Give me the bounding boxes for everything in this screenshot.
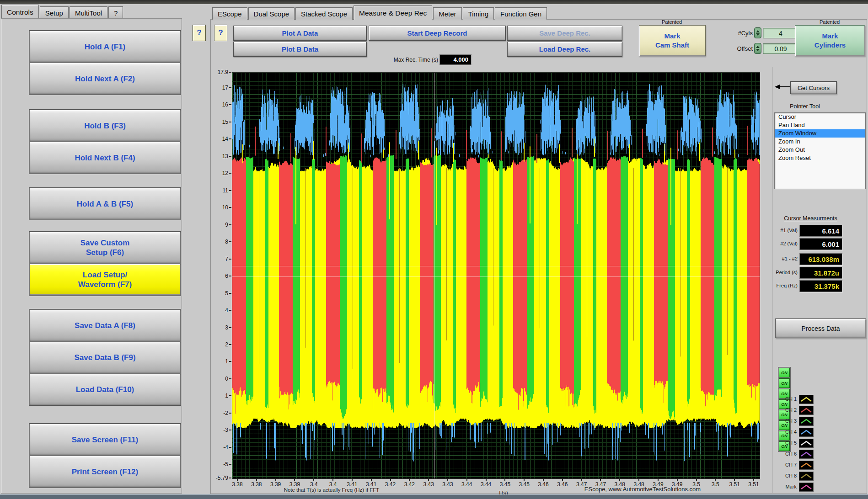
pointer-tool-zoom-in[interactable]: Zoom In (775, 138, 865, 146)
save-data-b-f9-button[interactable]: Save Data B (F9) (29, 341, 181, 373)
y-tick-mark (229, 72, 231, 73)
mark-cylinders-button[interactable]: Mark Cylinders (795, 25, 865, 56)
y-tick-mark (229, 464, 231, 465)
tab-timing[interactable]: Timing (463, 7, 494, 20)
tab-meter[interactable]: Meter (433, 7, 461, 20)
y-tick-label: -5 (208, 461, 228, 467)
load-data-f10-button[interactable]: Load Data (F10) (29, 373, 181, 405)
channel-color-ch-8[interactable] (799, 472, 814, 481)
tab-escope[interactable]: EScope (212, 7, 247, 20)
cyls-spinner[interactable] (754, 27, 761, 38)
mark-cam-shaft-button[interactable]: Mark Cam Shaft (639, 25, 706, 56)
y-tick-label: 9 (208, 222, 228, 228)
offset-value-field[interactable]: 0.09 (763, 43, 798, 54)
y-tick-mark (229, 430, 231, 430)
pointer-tool-cursor[interactable]: Cursor (775, 113, 865, 121)
x-tick-label: 3.39 (285, 481, 304, 488)
channel-1-on-toggle[interactable]: ON (779, 368, 790, 377)
meas-value-period-s: 31.872u (799, 267, 842, 279)
channel-color-ch-3[interactable] (799, 417, 814, 426)
x-tick-mark (696, 478, 697, 481)
cyls-spinner-down-icon[interactable] (756, 33, 760, 36)
tab-function-gen[interactable]: Function Gen (495, 7, 547, 20)
x-tick-mark (562, 478, 563, 481)
cyls-spinner-up-icon[interactable] (756, 30, 760, 32)
channel-color-ch-5[interactable] (799, 439, 814, 448)
save-screen-f11-button[interactable]: Save Screen (F11) (29, 424, 181, 456)
tab-setup[interactable]: Setup (40, 6, 69, 19)
offset-spinner-up-icon[interactable] (756, 46, 760, 48)
offset-spinner-down-icon[interactable] (756, 49, 760, 51)
hold-a-b-f5-button[interactable]: Hold A & B (F5) (29, 188, 181, 220)
tab-dual-scope[interactable]: Dual Scope (248, 7, 295, 20)
tab-q[interactable]: ? (108, 6, 123, 19)
hold-b-f3-button[interactable]: Hold B (F3) (29, 110, 181, 142)
y-tick-mark (229, 173, 231, 174)
save-custom-setup-f6-button[interactable]: Save CustomSetup (F6) (29, 232, 181, 264)
y-tick-label: 8 (208, 239, 228, 245)
meas-value-1-val: 6.614 (799, 225, 842, 237)
get-cursors-button[interactable]: Get Cursors (790, 81, 837, 94)
channel-color-ch-6[interactable] (799, 450, 814, 459)
tab-multitool[interactable]: MultiTool (70, 6, 107, 19)
x-tick-mark (658, 478, 659, 481)
pointer-tool-zoom-out[interactable]: Zoom Out (775, 146, 865, 154)
channel-color-ch-1[interactable] (799, 395, 814, 404)
hold-next-b-f4-button[interactable]: Hold Next B (F4) (29, 142, 181, 174)
meas-label-freq-hz: Freq (Hz) (769, 283, 798, 288)
channel-2-on-toggle[interactable]: ON (779, 378, 790, 388)
save-data-a-f8-button[interactable]: Save Data A (F8) (29, 309, 181, 341)
channel-color-mark[interactable] (799, 483, 814, 492)
tab-measure-deep-rec[interactable]: Measure & Deep Rec (354, 5, 432, 20)
help-button-main[interactable]: ? (214, 25, 227, 41)
y-tick-mark (229, 478, 231, 478)
pointer-tool-zoom-reset[interactable]: Zoom Reset (775, 154, 865, 162)
channel-color-ch-4[interactable] (799, 428, 814, 437)
start-deep-record-button[interactable]: Start Deep Record (369, 26, 506, 41)
process-data-button[interactable]: Process Data (775, 319, 866, 338)
hold-a-f1-button[interactable]: Hold A (F1) (29, 31, 181, 63)
waveform-plot[interactable] (232, 72, 760, 479)
y-tick-label: -1 (208, 393, 228, 399)
save-deep-rec-button[interactable]: Save Deep Rec. (507, 26, 622, 41)
plot-a-data-button[interactable]: Plot A Data (233, 26, 367, 41)
y-tick-label: 12 (208, 170, 228, 176)
pointer-tool-listbox[interactable]: CursorPan HandZoom WindowZoom InZoom Out… (774, 112, 866, 189)
load-deep-rec-button[interactable]: Load Deep Rec. (507, 42, 622, 57)
help-button-left[interactable]: ? (193, 25, 206, 41)
x-tick-label: 3.45 (496, 481, 514, 488)
offset-spinner[interactable] (754, 43, 761, 54)
y-tick-label: 5 (208, 290, 228, 297)
y-tick-mark (229, 378, 231, 379)
tab-stacked-scope[interactable]: Stacked Scope (295, 7, 353, 20)
max-rec-time-value[interactable]: 4.000 (439, 54, 472, 65)
offset-label: Offset (730, 45, 753, 52)
y-tick-label: 13 (208, 153, 228, 159)
channel-color-ch-2[interactable] (799, 406, 814, 415)
x-tick-label: 3.43 (419, 481, 438, 488)
cyls-value-field[interactable]: 4 (763, 28, 798, 38)
x-tick-mark (619, 478, 620, 481)
button-label: Save Screen (F11) (72, 435, 139, 445)
y-tick-mark (229, 104, 231, 105)
waveform-canvas[interactable] (232, 73, 760, 478)
button-label: Save Custom (80, 238, 130, 248)
channel-color-ch-7[interactable] (799, 461, 814, 470)
cursor-arrow-icon (775, 84, 791, 90)
controls-button-stack: Hold A (F1)Hold Next A (F2)Hold B (F3)Ho… (29, 30, 181, 488)
tab-controls[interactable]: Controls (1, 5, 39, 19)
y-tick-mark (229, 327, 231, 328)
print-screen-f12-button[interactable]: Print Screen (F12) (29, 456, 181, 488)
load-setup-waveform-f7-button[interactable]: Load Setup/Waveform (F7) (29, 264, 181, 296)
x-tick-mark (275, 478, 276, 481)
hold-next-a-f2-button[interactable]: Hold Next A (F2) (29, 63, 181, 95)
plot-b-data-button[interactable]: Plot B Data (233, 42, 367, 57)
button-label: Waveform (F7) (78, 280, 132, 289)
button-group-5: Save Screen (F11)Print Screen (F12) (29, 423, 181, 488)
pointer-tool-zoom-window[interactable]: Zoom Window (775, 129, 865, 138)
x-tick-mark (504, 478, 505, 481)
x-tick-label: 3.51 (725, 481, 744, 488)
cyls-label: #Cyls (730, 30, 753, 37)
pointer-tool-pan-hand[interactable]: Pan Hand (775, 121, 865, 129)
button-label: Setup (F6) (86, 248, 124, 257)
